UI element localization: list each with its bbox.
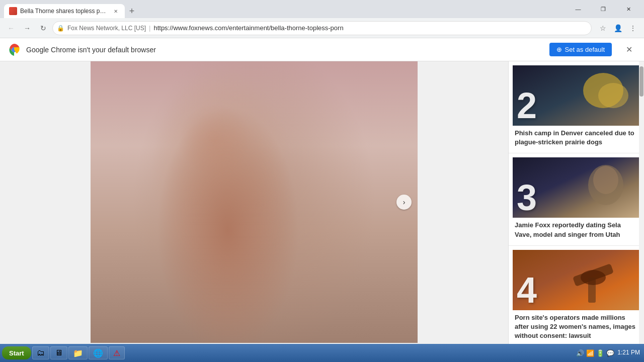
volume-icon: 📶 [586, 349, 594, 357]
notification-icon: 💬 [606, 349, 614, 357]
svg-point-3 [598, 83, 628, 108]
network-icon: 🔊 [576, 349, 584, 357]
svg-point-10 [581, 270, 606, 285]
taskbar-app-warning[interactable]: ⚠ [109, 346, 125, 359]
new-tab-button[interactable]: + [125, 4, 139, 18]
sidebar-title-3: Porn site's operators made millions afte… [513, 310, 640, 343]
sidebar-title-2: Jamie Foxx reportedly dating Sela Vave, … [513, 218, 640, 241]
address-separator: | [149, 24, 150, 32]
computer-icon: 🖥 [55, 348, 63, 357]
bookmark-button[interactable]: ☆ [596, 21, 610, 35]
refresh-button[interactable]: ↻ [36, 21, 50, 35]
taskbar-app-chrome[interactable]: 🌐 [89, 346, 108, 359]
address-bar: ← → ↻ 🔒 Fox News Network, LLC [US] | htt… [0, 18, 644, 38]
tab-close-button[interactable]: ✕ [112, 7, 120, 15]
sidebar-title-1: Phish camp in Denver canceled due to pla… [513, 126, 640, 149]
rank-number-2: 3 [517, 179, 537, 216]
tab-favicon [9, 7, 17, 15]
chrome-logo-icon [8, 44, 20, 56]
close-button[interactable]: ✕ [617, 2, 640, 16]
rank-number-3: 4 [517, 272, 537, 308]
address-input[interactable]: 🔒 Fox News Network, LLC [US] | https://w… [52, 21, 592, 35]
sidebar-img-3: 4 [513, 250, 640, 310]
toolbar-icons: ☆ 👤 ⋮ [596, 21, 640, 35]
address-site: Fox News Network, LLC [US] [67, 25, 146, 32]
back-button[interactable]: ← [4, 21, 18, 35]
scrollbar-track[interactable] [639, 61, 644, 362]
sidebar: 2 Phish camp in Denver canceled due to p… [508, 61, 644, 362]
set-default-button[interactable]: ⊕ Set as default [549, 43, 612, 56]
sidebar-item-2[interactable]: 3 Jamie Foxx reportedly dating Sela Vave… [509, 153, 644, 245]
time-display: 1:21 PM [617, 349, 640, 357]
sidebar-item-1[interactable]: 2 Phish camp in Denver canceled due to p… [509, 61, 644, 153]
folder-icon: 📁 [73, 348, 83, 358]
taskbar-app-explorer[interactable]: 🗂 [32, 346, 49, 359]
forward-button[interactable]: → [20, 21, 34, 35]
banner-text: Google Chrome isn't your default browser [26, 46, 543, 54]
title-bar: Bella Thorne shares topless photos ✕ + —… [0, 0, 644, 18]
sidebar-img-2: 3 [513, 157, 640, 218]
person-overlay [91, 61, 418, 343]
minimize-button[interactable]: — [567, 2, 590, 16]
menu-button[interactable]: ⋮ [626, 21, 640, 35]
profile-button[interactable]: 👤 [611, 21, 625, 35]
sidebar-item-3[interactable]: 4 Porn site's operators made millions af… [509, 246, 644, 347]
shield-icon: ⊕ [556, 46, 562, 53]
maximize-button[interactable]: ❐ [592, 2, 615, 16]
system-tray: 🔊 📶 🔋 💬 [576, 349, 614, 357]
warning-icon: ⚠ [113, 348, 120, 358]
window-controls: — ❐ ✕ [567, 2, 640, 16]
chrome-taskbar-icon: 🌐 [93, 348, 103, 358]
tab-title: Bella Thorne shares topless photos [20, 8, 109, 15]
next-image-button[interactable]: › [396, 195, 412, 210]
taskbar: Start 🗂 🖥 📁 🌐 ⚠ 🔊 📶 🔋 💬 1:21 PM [0, 344, 644, 362]
rank-number-1: 2 [517, 87, 537, 124]
main-content: › [0, 61, 644, 362]
taskbar-right: 🔊 📶 🔋 💬 1:21 PM [576, 349, 642, 357]
taskbar-app-computer[interactable]: 🖥 [50, 346, 67, 359]
banner-close-button[interactable]: ✕ [622, 43, 636, 57]
start-label: Start [9, 349, 24, 357]
start-button[interactable]: Start [2, 346, 31, 359]
svg-point-6 [593, 166, 618, 194]
sidebar-img-1: 2 [513, 65, 640, 126]
power-icon: 🔋 [596, 349, 604, 357]
article-area: › [0, 61, 508, 362]
address-url: https://www.foxnews.com/entertainment/be… [153, 24, 343, 32]
active-tab[interactable]: Bella Thorne shares topless photos ✕ [4, 4, 125, 18]
main-article-image: › [91, 61, 418, 343]
tab-area: Bella Thorne shares topless photos ✕ + [4, 0, 562, 18]
taskbar-app-folder[interactable]: 📁 [68, 346, 88, 359]
scrollbar-thumb[interactable] [639, 66, 643, 97]
lock-icon: 🔒 [57, 25, 64, 32]
explorer-icon: 🗂 [37, 348, 45, 357]
default-browser-banner: Google Chrome isn't your default browser… [0, 38, 644, 61]
set-default-label: Set as default [565, 46, 605, 53]
